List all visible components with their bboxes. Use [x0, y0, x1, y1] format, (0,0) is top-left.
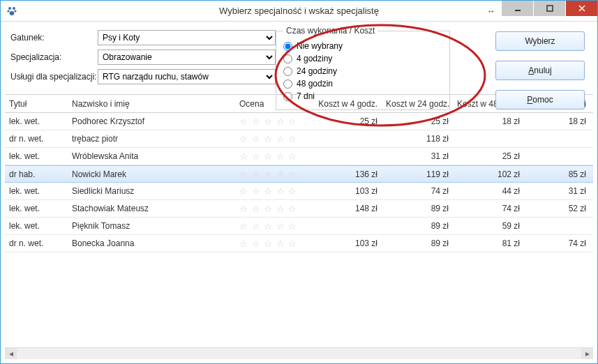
cell-k4: 103 zł	[312, 238, 382, 248]
radio-7-dni-input[interactable]	[283, 92, 292, 101]
cell-title: dr hab.	[5, 169, 68, 179]
window-buttons: ↔	[481, 1, 597, 21]
cell-k7: 31 zł	[524, 186, 590, 196]
radio-48-godzin[interactable]: 48 godzin	[283, 79, 442, 89]
cell-title: dr n. wet.	[5, 238, 68, 248]
cell-k24: 89 zł	[382, 204, 453, 213]
cell-k4: 148 zł	[312, 204, 382, 213]
cell-rating: ☆ ☆ ☆ ☆ ☆	[235, 151, 312, 162]
minimize-button[interactable]	[502, 1, 533, 16]
col-title[interactable]: Tytuł	[5, 99, 68, 109]
cell-rating: ☆ ☆ ☆ ☆ ☆	[235, 169, 312, 179]
uslugi-select[interactable]: RTG narządu ruchu, stawów	[98, 69, 276, 84]
table-row[interactable]: lek. wet.Stachowiak Mateusz☆ ☆ ☆ ☆ ☆148 …	[5, 200, 593, 218]
cell-title: lek. wet.	[5, 221, 68, 231]
col-name[interactable]: Nazwisko i imię	[68, 99, 235, 109]
table-row[interactable]: lek. wet.Wróblewska Anita☆ ☆ ☆ ☆ ☆31 zł2…	[5, 148, 593, 165]
cell-k48: 74 zł	[453, 204, 524, 213]
cell-rating: ☆ ☆ ☆ ☆ ☆	[235, 186, 312, 197]
cell-rating: ☆ ☆ ☆ ☆ ☆	[235, 238, 312, 249]
cell-k24: 89 zł	[382, 221, 453, 231]
anuluj-button[interactable]: Anuluj	[495, 61, 585, 80]
uslugi-label: Usługi dla specjalizacji:	[10, 72, 98, 82]
svg-point-3	[14, 10, 16, 12]
cell-k24: 25 zł	[382, 116, 453, 126]
svg-rect-5	[515, 10, 521, 11]
cell-name: Stachowiak Mateusz	[68, 204, 235, 213]
cell-k24: 89 zł	[382, 238, 453, 248]
cell-k24: 119 zł	[382, 169, 453, 179]
radio-nie-wybrany-input[interactable]	[283, 42, 292, 51]
cell-k7: 85 zł	[524, 169, 590, 179]
cell-k4: 136 zł	[312, 169, 382, 179]
table-body: lek. wet.Podhorec Krzysztof☆ ☆ ☆ ☆ ☆25 z…	[5, 113, 593, 347]
radio-nie-wybrany[interactable]: Nie wybrany	[283, 41, 442, 51]
maximize-button[interactable]	[534, 1, 565, 16]
form-left: Gatunek: Psy i Koty Specjalizacja: Obraz…	[10, 30, 276, 89]
specjalizacja-select[interactable]: Obrazowanie	[98, 50, 276, 65]
cell-k7: 52 zł	[524, 204, 590, 213]
cell-k4: 103 zł	[312, 186, 382, 196]
radio-4-godziny-input[interactable]	[283, 54, 292, 63]
cell-name: Nowicki Marek	[68, 169, 235, 179]
cell-title: lek. wet.	[5, 204, 68, 213]
cell-title: lek. wet.	[5, 186, 68, 196]
gatunek-label: Gatunek:	[10, 33, 98, 43]
titlebar: Wybierz specjalność i wskaż specjalistę …	[1, 1, 597, 22]
svg-point-4	[10, 11, 15, 15]
specjalizacja-label: Specjalizacja:	[10, 52, 98, 62]
scroll-left-icon[interactable]: ◂	[5, 348, 17, 360]
table-row[interactable]: lek. wet.Podhorec Krzysztof☆ ☆ ☆ ☆ ☆25 z…	[5, 113, 593, 130]
cell-rating: ☆ ☆ ☆ ☆ ☆	[235, 116, 312, 127]
cell-name: Pięknik Tomasz	[68, 221, 235, 231]
pomoc-button[interactable]: Pomoc	[495, 90, 585, 109]
table-row[interactable]: dr n. wet.trębacz piotr☆ ☆ ☆ ☆ ☆118 zł	[5, 130, 593, 148]
svg-point-0	[8, 7, 11, 10]
action-buttons: Wybierz Anuluj Pomoc	[495, 31, 585, 109]
gatunek-select[interactable]: Psy i Koty	[98, 30, 276, 45]
cell-k4: 25 zł	[312, 116, 382, 126]
cell-name: Siedlicki Mariusz	[68, 186, 235, 196]
cell-rating: ☆ ☆ ☆ ☆ ☆	[235, 134, 312, 144]
form-area: Gatunek: Psy i Koty Specjalizacja: Obraz…	[1, 22, 597, 94]
cell-k48: 59 zł	[453, 221, 524, 231]
table-row[interactable]: dr hab.Nowicki Marek☆ ☆ ☆ ☆ ☆136 zł119 z…	[5, 165, 593, 183]
cell-k48: 18 zł	[453, 116, 524, 126]
cell-name: trębacz piotr	[68, 134, 235, 144]
cell-k24: 74 zł	[382, 186, 453, 196]
cell-rating: ☆ ☆ ☆ ☆ ☆	[235, 204, 312, 214]
cell-k24: 31 zł	[382, 151, 453, 161]
cell-name: Wróblewska Anita	[68, 151, 235, 161]
cell-k7: 74 zł	[524, 238, 590, 248]
horizontal-scrollbar[interactable]: ◂ ▸	[5, 347, 593, 359]
table-row[interactable]: lek. wet.Pięknik Tomasz☆ ☆ ☆ ☆ ☆89 zł59 …	[5, 218, 593, 235]
svg-point-1	[13, 7, 15, 10]
cell-title: dr n. wet.	[5, 134, 68, 144]
radio-24-godziny[interactable]: 24 godziny	[283, 66, 442, 76]
specialists-table: Tytuł Nazwisko i imię Ocena Koszt w 4 go…	[5, 94, 593, 359]
cell-k48: 81 zł	[453, 238, 524, 248]
wybierz-button[interactable]: Wybierz	[495, 31, 585, 51]
radio-4-godziny[interactable]: 4 godziny	[283, 54, 442, 63]
cell-k24: 118 zł	[382, 134, 453, 144]
radio-24-godziny-input[interactable]	[283, 67, 292, 76]
czas-koszt-group: Czas wykonania / Koszt Nie wybrany 4 god…	[276, 26, 450, 110]
cell-k7: 18 zł	[524, 116, 590, 126]
table-row[interactable]: lek. wet.Siedlicki Mariusz☆ ☆ ☆ ☆ ☆103 z…	[5, 183, 593, 200]
czas-koszt-legend: Czas wykonania / Koszt	[283, 26, 378, 36]
cell-k48: 44 zł	[453, 186, 524, 196]
cell-k48: 102 zł	[453, 169, 524, 179]
radio-48-godzin-input[interactable]	[283, 79, 292, 89]
table-row[interactable]: dr n. wet.Bonecka Joanna☆ ☆ ☆ ☆ ☆103 zł8…	[5, 235, 593, 252]
close-button[interactable]	[566, 1, 597, 16]
cell-rating: ☆ ☆ ☆ ☆ ☆	[235, 221, 312, 232]
cell-k48: 25 zł	[453, 151, 524, 161]
resize-arrows-icon[interactable]: ↔	[481, 1, 501, 21]
radio-7-dni[interactable]: 7 dni	[283, 91, 442, 101]
cell-name: Bonecka Joanna	[68, 238, 235, 248]
svg-point-2	[7, 10, 9, 12]
cell-title: lek. wet.	[5, 116, 68, 126]
cell-title: lek. wet.	[5, 151, 68, 161]
svg-rect-6	[547, 6, 553, 11]
scroll-right-icon[interactable]: ▸	[581, 348, 593, 360]
